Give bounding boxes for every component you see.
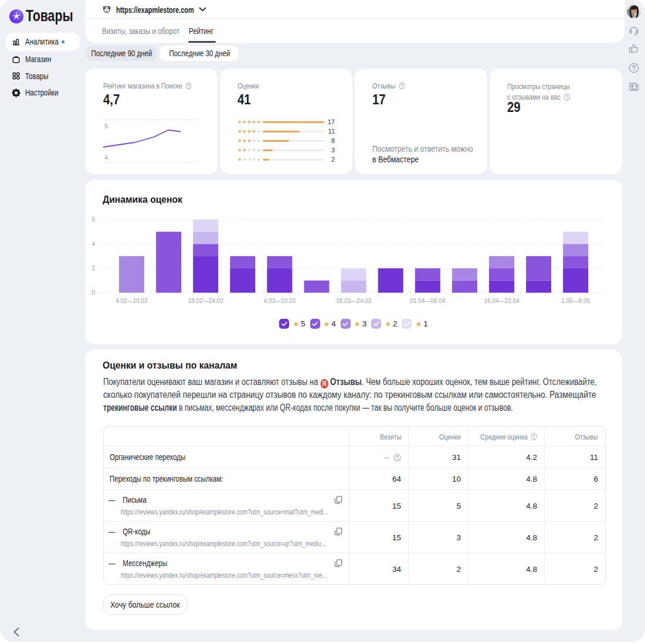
- svg-text:4.02—10.02: 4.02—10.02: [116, 298, 148, 304]
- svg-text:0: 0: [91, 289, 95, 296]
- svg-text:1.05—8.05: 1.05—8.05: [561, 298, 590, 304]
- svg-text:4.03—10.03: 4.03—10.03: [264, 298, 296, 304]
- svg-text:18.03—24.03: 18.03—24.03: [336, 298, 371, 304]
- svg-text:18.02—24.02: 18.02—24.02: [188, 298, 223, 304]
- svg-text:16.04—22.04: 16.04—22.04: [484, 298, 519, 304]
- svg-text:6: 6: [91, 216, 95, 223]
- svg-text:4: 4: [104, 154, 108, 161]
- svg-text:4: 4: [91, 241, 95, 247]
- svg-text:5: 5: [104, 122, 108, 130]
- svg-text:2: 2: [91, 265, 95, 271]
- svg-text:01.04—08.04: 01.04—08.04: [410, 298, 445, 304]
